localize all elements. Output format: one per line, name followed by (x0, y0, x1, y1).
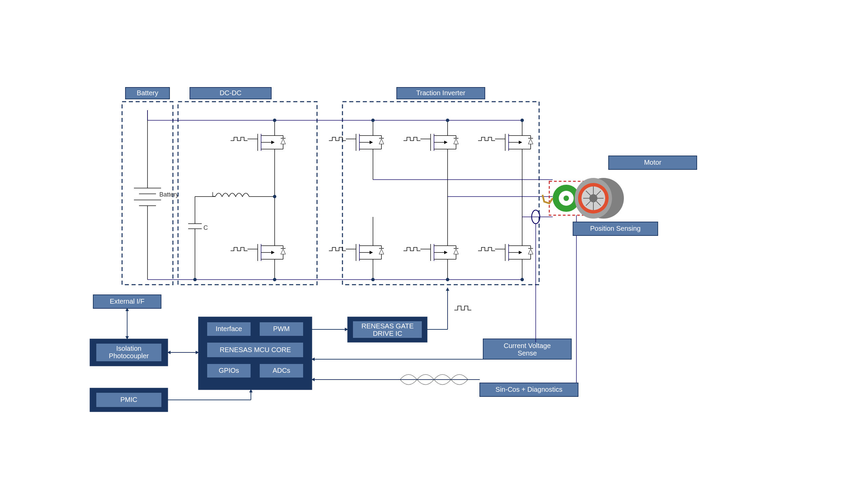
inverter-region (342, 102, 539, 285)
svg-marker-63 (370, 251, 373, 254)
svg-point-141 (371, 278, 375, 281)
mcu-core-text: RENESAS MCU CORE (220, 346, 291, 353)
svg-marker-24 (281, 139, 285, 144)
svg-marker-69 (379, 249, 384, 254)
svg-marker-84 (454, 139, 458, 144)
motor-icon (542, 178, 624, 219)
position-sensing: Position Sensing (590, 225, 641, 232)
battery-title: Battery (137, 89, 158, 97)
svg-point-136 (446, 119, 449, 122)
inverter-leg-b-bot (403, 197, 458, 280)
svg-point-142 (446, 278, 449, 281)
cv-sense-text1: Current Voltage (504, 342, 551, 349)
l-text: L (212, 191, 215, 198)
svg-point-140 (273, 278, 276, 281)
gatedrive-up (427, 287, 449, 329)
inductor-l: L (195, 191, 275, 198)
isolation-text2: Photocoupler (109, 352, 149, 360)
svg-marker-114 (528, 139, 533, 144)
cvsense-to-adc (311, 358, 483, 361)
battery-text: Battery (159, 191, 179, 198)
bidir-arrow-2 (167, 351, 199, 354)
svg-marker-48 (370, 141, 373, 144)
inverter-title: Traction Inverter (416, 89, 466, 97)
svg-point-153 (564, 196, 569, 201)
inverter-leg-c-top (478, 120, 533, 217)
inverter-leg-b-top (403, 120, 458, 197)
svg-point-135 (371, 119, 375, 122)
svg-marker-18 (271, 141, 275, 144)
battery-symbol: Battery (134, 110, 179, 280)
dcdc-title: DC-DC (220, 89, 241, 97)
inverter-leg-a-top (329, 120, 384, 180)
interface-text: Interface (216, 325, 242, 332)
isolation-text1: Isolation (116, 345, 142, 352)
svg-point-139 (193, 278, 197, 281)
svg-point-137 (520, 119, 524, 122)
svg-point-144 (273, 195, 276, 198)
svg-marker-78 (444, 141, 448, 144)
dcdc-mosfet-bottom (231, 197, 285, 280)
cv-sense-text2: Sense (518, 349, 537, 357)
svg-marker-99 (454, 249, 458, 254)
svg-marker-123 (519, 251, 522, 254)
capacitor-c: C (188, 197, 208, 280)
sincos-text: Sin-Cos + Diagnostics (495, 386, 562, 393)
c-text: C (203, 224, 208, 231)
dcdc-region (178, 102, 317, 285)
pwm-to-gatedrive (312, 328, 348, 331)
svg-marker-39 (281, 249, 285, 254)
svg-marker-54 (379, 139, 384, 144)
gate-drive-text1: RENESAS GATE (361, 322, 414, 330)
pmic-to-mcu-arrow (168, 389, 253, 400)
inverter-leg-a-bot (329, 217, 384, 280)
sincos-to-mcu (311, 378, 480, 381)
dcdc-mosfet-top (231, 120, 285, 197)
motor-title: Motor (644, 159, 661, 166)
adcs-text: ADCs (273, 367, 290, 374)
svg-point-143 (520, 278, 524, 281)
pwm-symbol-icon (454, 306, 471, 310)
svg-marker-129 (528, 249, 533, 254)
svg-point-134 (273, 119, 276, 122)
pwm-text: PWM (273, 325, 290, 332)
gate-drive-text2: DRIVE IC (373, 330, 402, 337)
gpios-text: GPIOs (219, 367, 239, 374)
svg-marker-33 (271, 251, 275, 254)
bidir-arrow-1 (125, 308, 129, 340)
pmic-text: PMIC (120, 396, 137, 403)
svg-marker-93 (444, 251, 448, 254)
svg-marker-108 (519, 141, 522, 144)
svg-marker-185 (446, 287, 449, 291)
inverter-leg-c-bot (478, 217, 533, 280)
external-if: External I/F (110, 298, 144, 305)
svg-point-162 (589, 194, 597, 202)
